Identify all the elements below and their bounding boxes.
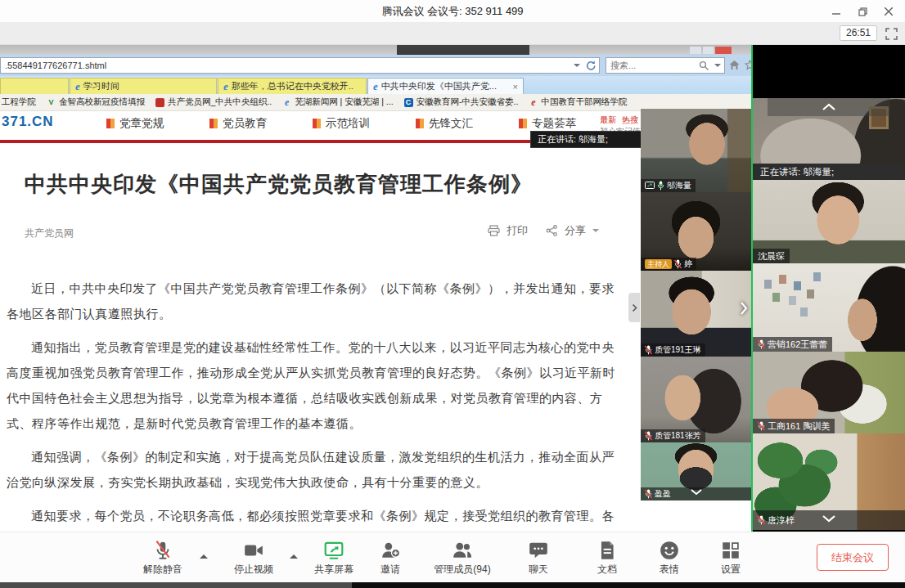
bookmark-item[interactable]: e中国教育干部网络学院 xyxy=(529,97,627,108)
home-icon[interactable] xyxy=(729,60,740,70)
search-icon[interactable] xyxy=(699,61,709,71)
site-nav-item[interactable]: 专题荟萃 xyxy=(519,116,576,131)
site-nav-item[interactable]: 示范培训 xyxy=(313,116,370,131)
fullscreen-button[interactable] xyxy=(885,28,898,40)
paragraph: 近日，中共中央印发了《中国共产党党员教育管理工作条例》（以下简称《条例》），并发… xyxy=(7,276,622,326)
participant-video[interactable] xyxy=(753,98,905,164)
mic-muted-icon xyxy=(645,489,652,499)
window-titlebar: 腾讯会议 会议号: 352 911 499 xyxy=(0,0,905,23)
print-button[interactable]: 打印 xyxy=(507,223,528,238)
nav-flag-icon xyxy=(209,119,218,128)
chevron-down-icon xyxy=(690,488,703,496)
participant-video[interactable]: 质管191王琳 xyxy=(641,271,751,357)
search-dropdown-icon[interactable] xyxy=(714,64,721,70)
tab-partial[interactable] xyxy=(0,78,69,94)
ie-url-row xyxy=(0,55,751,76)
search-input[interactable] xyxy=(606,61,699,70)
bookmark-item[interactable]: 共产党员网_中共中央组织.. xyxy=(155,97,272,108)
site-nav-item[interactable]: 党员教育 xyxy=(209,116,267,131)
bookmark-favicon xyxy=(155,98,164,107)
printer-icon[interactable] xyxy=(488,225,500,236)
bookmark-item[interactable]: 工程学院 xyxy=(2,97,36,108)
chevron-right-icon xyxy=(740,301,748,316)
tab-active-article[interactable]: e 中共中央印发《中国共产党... × xyxy=(367,78,524,94)
participant-video[interactable]: 质管181张芳 xyxy=(641,357,751,442)
participant-video[interactable]: 营销162王蕾蕾 xyxy=(753,263,905,352)
participant-name: 沈晨琛 xyxy=(758,250,785,263)
video-page-next-button[interactable] xyxy=(737,296,750,321)
unmute-button[interactable]: 解除静音 xyxy=(126,539,200,577)
host-badge: 主持人 xyxy=(645,259,672,269)
restore-button[interactable] xyxy=(851,2,874,20)
mic-muted-icon xyxy=(645,345,652,355)
participant-video[interactable]: 邬海量 xyxy=(641,109,751,192)
meeting-main-area: e 学习时间 e 那些年，总书记在中央党校开.. e 中共中央印发《中国共产党.… xyxy=(0,45,905,532)
emoji-icon xyxy=(659,540,680,561)
chevron-up-icon xyxy=(822,103,836,111)
tab-close-icon[interactable]: × xyxy=(513,82,518,92)
bookmark-item[interactable]: V金智高校新冠疫情填报 xyxy=(47,97,145,108)
taskbar-segment xyxy=(0,582,352,588)
share-dropdown-icon[interactable] xyxy=(592,229,599,236)
share-button[interactable]: 分享 xyxy=(565,223,586,238)
tab-study-time[interactable]: e 学习时间 xyxy=(70,78,217,94)
end-meeting-button[interactable]: 结束会议 xyxy=(817,544,889,571)
chat-button[interactable]: 聊天 xyxy=(502,539,575,577)
participant-name: 唐淳梓 xyxy=(768,514,795,527)
collapse-sidebar-button[interactable] xyxy=(822,511,836,526)
address-bar[interactable] xyxy=(0,57,600,74)
site-logo[interactable]: 371.CN xyxy=(2,114,54,130)
url-input[interactable] xyxy=(1,61,574,70)
bookmarks-bar: 工程学院 V金智高校新冠疫情填报 共产党员网_中共中央组织.. e芜湖新闻网 |… xyxy=(0,94,751,111)
participant-name: 工商161 陶训美 xyxy=(768,420,830,433)
ie-minimize-fragment xyxy=(690,47,701,54)
screen-share-icon xyxy=(323,540,344,561)
ie-tab-row: e 学习时间 e 那些年，总书记在中央党校开.. e 中共中央印发《中国共产党.… xyxy=(0,76,751,94)
close-button[interactable] xyxy=(877,2,900,20)
manage-members-button[interactable]: 管理成员(94) xyxy=(425,539,499,577)
expand-strip-button[interactable] xyxy=(768,98,890,116)
tab-label: 那些年，总书记在中央党校开.. xyxy=(232,80,353,92)
tencent-meeting-window: 腾讯会议 会议号: 352 911 499 26:51 xyxy=(0,0,905,588)
settings-icon xyxy=(720,540,741,561)
refresh-icon[interactable] xyxy=(585,61,596,71)
site-nav-item[interactable]: 党章党规 xyxy=(106,116,164,131)
mic-options-caret[interactable] xyxy=(200,550,208,559)
ie-top-fragment xyxy=(397,45,529,55)
restore-icon xyxy=(858,7,867,16)
search-box[interactable] xyxy=(606,57,725,74)
article-source: 共产党员网 xyxy=(25,227,74,240)
side-panel-expander[interactable] xyxy=(628,293,640,322)
bookmark-item[interactable]: e芜湖新闻网 | 安徽芜湖 | ... xyxy=(282,97,393,108)
participant-video[interactable]: 沈晨琛 xyxy=(753,180,905,263)
participant-name: 邬海量 xyxy=(667,180,691,191)
tab-those-years[interactable]: e 那些年，总书记在中央党校开.. xyxy=(218,78,367,94)
participant-video[interactable]: 主持人 婷 xyxy=(641,192,751,271)
paragraph: 通知强调，《条例》的制定和实施，对于提高党员队伍建设质量，激发党组织的生机活力，… xyxy=(7,444,622,495)
minimize-button[interactable] xyxy=(825,2,848,20)
tag-link[interactable]: 最新 xyxy=(600,115,616,124)
collapse-strip-button[interactable] xyxy=(690,484,703,499)
wall-photos xyxy=(764,280,772,289)
share-icon[interactable] xyxy=(546,225,558,236)
participant-name: 盈盈 xyxy=(655,488,671,500)
ie-top-strip xyxy=(0,45,751,55)
window-title: 腾讯会议 会议号: 352 911 499 xyxy=(0,0,905,23)
participant-name: 质管181张芳 xyxy=(655,430,701,442)
stop-video-button[interactable]: 停止视频 xyxy=(217,539,290,577)
tag-link[interactable]: 热搜 xyxy=(622,115,638,124)
chevron-down-icon xyxy=(822,514,836,523)
settings-button[interactable]: 设置 xyxy=(694,539,768,577)
favorites-star-icon[interactable] xyxy=(745,60,751,70)
article-body: 近日，中共中央印发了《中国共产党党员教育管理工作条例》（以下简称《条例》），并发… xyxy=(7,276,622,532)
url-dropdown-icon[interactable] xyxy=(574,64,580,70)
bookmark-item[interactable]: C安徽教育网-中共安徽省委.. xyxy=(404,97,519,108)
participant-video[interactable]: 唐淳梓 xyxy=(753,433,905,530)
minimize-icon xyxy=(832,7,840,16)
video-strip-middle: 邬海量 主持人 婷 质管191王琳 质管181张芳 xyxy=(641,109,751,500)
invite-button[interactable]: 邀请 xyxy=(353,539,427,577)
camera-icon xyxy=(243,540,264,561)
site-nav-item[interactable]: 先锋文汇 xyxy=(416,116,473,131)
participant-video[interactable]: 工商161 陶训美 xyxy=(753,352,905,433)
participant-video[interactable]: 盈盈 xyxy=(641,442,751,500)
